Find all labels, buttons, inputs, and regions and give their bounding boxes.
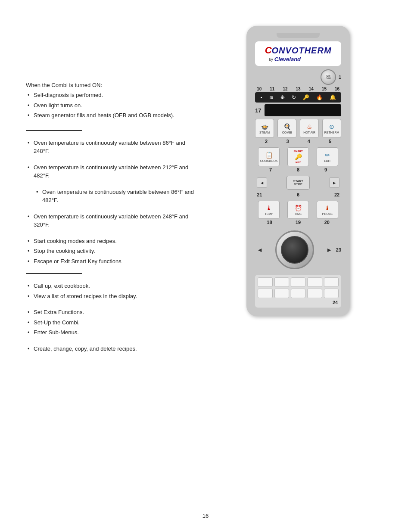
section-2-item-1: Oven temperature is continuously variabl… xyxy=(26,163,198,180)
num-8: 8 xyxy=(287,167,309,172)
section-4-item-1: Oven temperature is continuously variabl… xyxy=(26,212,198,229)
divider-1 xyxy=(26,130,82,131)
dial-wrapper xyxy=(267,228,323,271)
softkey-9[interactable] xyxy=(307,289,322,298)
startstop-button[interactable]: START STOP xyxy=(286,176,310,190)
num-18: 18 xyxy=(258,220,280,225)
num-10: 10 xyxy=(257,87,262,91)
temp-icon: 🌡 xyxy=(266,205,272,212)
steam-icon: 🍲 xyxy=(261,123,268,130)
retherm-button[interactable]: ⊙ RETHERM xyxy=(322,119,341,138)
display-row: 17 xyxy=(255,104,341,116)
num-12: 12 xyxy=(283,87,287,91)
temp-button[interactable]: 🌡 TEMP xyxy=(258,201,280,219)
right-arrow-button[interactable]: ► xyxy=(329,177,339,188)
retherm-icon: ⊙ xyxy=(329,123,334,130)
num-19: 19 xyxy=(287,220,309,225)
page: When the Combi is turned ON: Self-diagno… xyxy=(0,0,411,532)
intro-item-1: Self-diagnosis is performed. xyxy=(26,91,198,100)
section-5-list: Start cooking modes and recipes. Stop th… xyxy=(26,237,198,266)
num-2: 2 xyxy=(257,139,276,144)
dial-control[interactable] xyxy=(275,230,314,269)
intro-section: When the Combi is turned ON: Self-diagno… xyxy=(26,82,198,120)
steam-button[interactable]: 🍲 STEAM xyxy=(255,119,274,138)
section-4: Oven temperature is continuously variabl… xyxy=(26,212,198,229)
page-number: 16 xyxy=(0,513,411,519)
edit-icon: ✏ xyxy=(325,152,330,159)
section-7-item-2: Set-Up the Combi. xyxy=(26,318,198,327)
softkey-4[interactable] xyxy=(307,277,322,287)
softkey-1[interactable] xyxy=(258,277,272,287)
section-8-item-1: Create, change, copy, and delete recipes… xyxy=(26,345,198,353)
section-5-item-1: Start cooking modes and recipes. xyxy=(26,237,198,246)
right-column: CONVOTHERM by Cleveland ON OFF 1 10 11 xyxy=(211,17,385,515)
section-8: Create, change, copy, and delete recipes… xyxy=(26,345,198,353)
logo-by: by xyxy=(269,57,273,62)
left-arrow-button[interactable]: ◄ xyxy=(257,177,267,188)
icon-bar-water: 🔥 xyxy=(316,94,323,100)
combi-button[interactable]: 🍳 COMBI xyxy=(277,119,296,138)
num-22: 22 xyxy=(334,192,339,197)
icon-bar-battery: ▪ xyxy=(260,94,262,100)
num-7: 7 xyxy=(260,167,281,172)
softkey-7[interactable] xyxy=(274,289,289,298)
time-label: TIME xyxy=(295,212,302,215)
icon-bar-bell: 🔔 xyxy=(330,94,336,100)
display-screen xyxy=(265,104,341,116)
probe-button[interactable]: 🌡 PROBE xyxy=(317,201,338,219)
stop-label: STOP xyxy=(294,183,302,186)
edit-button[interactable]: ✏ EDIT xyxy=(317,147,338,166)
softkey-3[interactable] xyxy=(291,277,305,287)
hotair-button[interactable]: ♨ HOT AIR xyxy=(300,119,319,138)
section-6-item-1: Call up, exit cookbook. xyxy=(26,282,198,290)
logo-c: C xyxy=(265,45,272,56)
num-15: 15 xyxy=(322,87,327,91)
section-6-item-2: View a list of stored recipes in the dis… xyxy=(26,292,198,301)
num-label-1: 1 xyxy=(339,75,341,80)
num-16: 16 xyxy=(335,87,339,91)
softkey-10[interactable] xyxy=(324,289,339,298)
section-1: Oven temperature is continuously variabl… xyxy=(26,139,198,156)
section-3-list: Oven temperature is continuously variabl… xyxy=(34,188,198,205)
onoff-button[interactable]: ON OFF xyxy=(321,69,336,85)
section-6-list: Call up, exit cookbook. View a list of s… xyxy=(26,282,198,300)
intro-item-3: Steam generator fills and heats (OEB and… xyxy=(26,111,198,120)
recipe-btn-numbers: 7 8 9 xyxy=(255,167,341,172)
cookbook-label: COOKBOOK xyxy=(260,159,278,162)
key-label: KEY xyxy=(296,161,301,164)
mode-btn-numbers: 2 3 4 5 xyxy=(255,139,341,144)
cookbook-button[interactable]: 📋 COOKBOOK xyxy=(258,147,280,166)
softkey-6[interactable] xyxy=(258,289,272,298)
section-5-item-2: Stop the cooking activity. xyxy=(26,247,198,255)
num-6: 6 xyxy=(297,192,299,197)
section-2-list: Oven temperature is continuously variabl… xyxy=(26,163,198,180)
section-7: Set Extra Functions. Set-Up the Combi. E… xyxy=(26,308,198,337)
intro-list: Self-diagnosis is performed. Oven light … xyxy=(26,91,198,120)
probe-label: PROBE xyxy=(322,212,333,215)
startstop-row: ◄ START STOP ► xyxy=(255,176,341,190)
section-1-list: Oven temperature is continuously variabl… xyxy=(26,139,198,156)
section-5: Start cooking modes and recipes. Stop th… xyxy=(26,237,198,266)
edit-label: EDIT xyxy=(324,159,331,162)
cookbook-icon: 📋 xyxy=(265,152,273,159)
logo-convotherm: CONVOTHERM xyxy=(259,45,337,56)
time-icon: ⏰ xyxy=(295,205,302,212)
time-button[interactable]: ⏰ TIME xyxy=(287,201,309,219)
retherm-label: RETHERM xyxy=(324,131,339,134)
softkey-5[interactable] xyxy=(324,277,339,287)
section-2: Oven temperature is continuously variabl… xyxy=(26,163,198,180)
softkey-2[interactable] xyxy=(274,277,289,287)
softkeys-row-1 xyxy=(258,277,339,287)
softkey-8[interactable] xyxy=(291,289,305,298)
num-3: 3 xyxy=(278,139,297,144)
hotair-label: HOT AIR xyxy=(303,131,315,134)
section-4-list: Oven temperature is continuously variabl… xyxy=(26,212,198,229)
section-8-list: Create, change, copy, and delete recipes… xyxy=(26,345,198,353)
smartkey-button[interactable]: SMART 🔑 KEY xyxy=(287,147,309,166)
icon-bar-lock: 🔑 xyxy=(303,94,309,100)
num-9: 9 xyxy=(315,167,336,172)
oven-panel: CONVOTHERM by Cleveland ON OFF 1 10 11 xyxy=(246,26,350,316)
logo-cleveland-row: by Cleveland xyxy=(259,56,337,62)
section-1-item-1: Oven temperature is continuously variabl… xyxy=(26,139,198,156)
intro-item-2: Oven light turns on. xyxy=(26,101,198,110)
